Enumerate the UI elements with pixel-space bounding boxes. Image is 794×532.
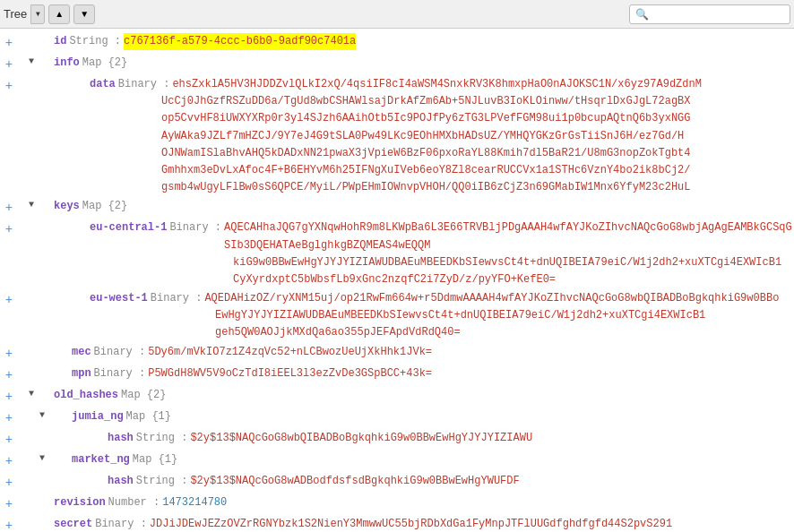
table-row: + data Binary : ehsZxklA5HV3HJDDZvlQLkI2…	[0, 75, 794, 197]
key-label: jumia_ng	[72, 408, 124, 425]
key-label: hash	[108, 430, 134, 447]
toggle-icon[interactable]: ▼	[39, 408, 50, 423]
add-icon[interactable]: +	[0, 452, 18, 471]
add-icon[interactable]: +	[0, 345, 18, 364]
key-label: eu-west-1	[90, 290, 148, 307]
type-label: Number :	[108, 494, 160, 511]
toolbar-title: Tree	[4, 7, 27, 21]
toggle-icon[interactable]: ▼	[29, 55, 39, 69]
binary-line: Gmhhxm3eDvLxAfoc4F+B6EHYvM6h25IFNgXuIVeb…	[90, 162, 794, 179]
add-icon[interactable]: +	[0, 77, 18, 96]
table-row: + mpn Binary : P5WGdH8WV5V9oCzTdI8iEEL3l…	[0, 365, 794, 386]
table-row: + ▼ info Map {2}	[0, 54, 794, 75]
table-row: + hash String : $2y$13$NAQcGoG8wbQIBADBo…	[0, 429, 794, 450]
binary-line: AyWAka9JZLf7mHZCJ/9Y7eJ4G9tSLA0Pw49LKc9E…	[90, 128, 794, 145]
value-text: P5WGdH8WV5V9oCzTdI8iEEL3l3ezZvDe3GSpBCC+…	[148, 365, 432, 382]
table-row: + ▼ old_hashes Map {2}	[0, 386, 794, 408]
binary-line: geh5QW0AOJjkMXdQa6ao355pJEFApdVdRdQ40=	[90, 324, 794, 341]
table-row: + id String : c767136f-a579-4ccc-b6b0-9a…	[0, 32, 794, 54]
table-row: + ▼ keys Map {2}	[0, 197, 794, 219]
toggle-icon[interactable]: ▼	[29, 387, 39, 401]
table-row: + eu-west-1 Binary : AQEDAHizOZ/ryXNM15u…	[0, 289, 794, 343]
value-text: ehsZxklA5HV3HJDDZvlQLkI2xQ/4qsiIF8cI4aWS…	[172, 76, 794, 93]
binary-line: UcCj0JhGzfRSZuDD6a/TgUd8wbCSHAWlsajDrkAf…	[90, 93, 794, 110]
add-icon[interactable]: +	[0, 409, 18, 428]
value-text: $2y$13$NAQcGoG8wbQIBADBoBgkqhkiG9w0BBwEw…	[190, 430, 532, 447]
toggle-icon[interactable]: ▼	[29, 198, 39, 212]
table-row: + secret Binary : JDJiJDEwJEZzOVZrRGNYbz…	[0, 515, 794, 532]
value-text: 1473214780	[162, 494, 227, 511]
binary-line: EwHgYJYJYIZIAWUDBAEuMBEEDKbSIewvsCt4t+dn…	[90, 307, 794, 324]
scroll-down-button[interactable]: ▼	[73, 4, 95, 24]
table-row: + ▼ jumia_ng Map {1}	[0, 408, 794, 429]
add-icon[interactable]: +	[0, 56, 18, 74]
key-label: info	[54, 55, 80, 72]
key-label: market_ng	[72, 451, 130, 468]
key-label: id	[54, 33, 66, 50]
key-label: data	[90, 76, 116, 93]
type-label: Binary :	[151, 290, 203, 307]
key-label: revision	[54, 494, 106, 511]
key-label: eu-central-1	[90, 219, 167, 236]
type-label: Binary :	[169, 219, 221, 236]
type-label: Binary :	[118, 76, 170, 93]
tree-content: + id String : c767136f-a579-4ccc-b6b0-9a…	[0, 29, 794, 532]
key-label: keys	[54, 198, 80, 215]
table-row: + mec Binary : 5Dy6m/mVkIO7z1Z4zqVc52+nL…	[0, 343, 794, 365]
value-text: AQEDAHizOZ/ryXNM15uj/op21RwFm664w+r5Ddmw…	[204, 290, 779, 307]
type-label: Binary :	[94, 365, 146, 382]
add-icon[interactable]: +	[0, 388, 18, 407]
toolbar: Tree ▾ ▲ ▼	[0, 0, 794, 29]
type-label: Binary :	[95, 516, 147, 532]
key-label: old_hashes	[54, 387, 118, 404]
binary-line: op5CvvHF8iUWXYXRp0r3yl4SJzh6AAihOtb5Ic9P…	[90, 110, 794, 127]
scroll-up-button[interactable]: ▲	[48, 4, 70, 24]
type-label: Map {2}	[82, 55, 127, 72]
binary-line: kiG9w0BBwEwHgYJYJYIZIAWUDBAEuMBEEDKbSIew…	[90, 254, 794, 271]
key-label: mpn	[72, 365, 91, 382]
binary-line: gsmb4wUgyLFlBw0sS6QPCE/MyiL/PWpEHmIOWnvp…	[90, 179, 794, 196]
table-row: + hash String : $2y$13$NAQcGoG8wADBodfds…	[0, 472, 794, 493]
add-icon[interactable]: +	[0, 474, 18, 493]
add-icon[interactable]: +	[0, 495, 18, 514]
add-icon[interactable]: +	[0, 34, 18, 53]
type-label: Map {1}	[133, 451, 177, 468]
key-label: secret	[54, 516, 92, 532]
add-icon[interactable]: +	[0, 199, 18, 218]
search-input[interactable]	[629, 4, 790, 24]
table-row: + ▼ market_ng Map {1}	[0, 450, 794, 472]
key-label: hash	[108, 473, 134, 490]
value-text: 5Dy6m/mVkIO7z1Z4zqVc52+nLCBwozUeUjXkHhk1…	[148, 344, 432, 361]
value-text: c767136f-a579-4ccc-b6b0-9adf90c7401a	[124, 33, 356, 50]
type-label: Map {2}	[121, 387, 166, 404]
type-label: Map {2}	[82, 198, 127, 215]
type-label: Map {1}	[126, 408, 171, 425]
toggle-icon[interactable]: ▼	[39, 451, 50, 466]
key-label: mec	[72, 344, 91, 361]
type-label: String :	[136, 430, 188, 447]
add-icon[interactable]: +	[0, 220, 18, 239]
add-icon[interactable]: +	[0, 517, 18, 532]
binary-line: CyXyrdxptC5bWbsfLb9xGnc2nzqfC2i7ZyD/z/py…	[90, 271, 794, 288]
add-icon[interactable]: +	[0, 366, 18, 385]
value-text: $2y$13$NAQcGoG8wADBodfdsfsdBgkqhkiG9w0BB…	[190, 473, 519, 490]
table-row: + revision Number : 1473214780	[0, 493, 794, 515]
dropdown-icon[interactable]: ▾	[30, 4, 45, 24]
type-label: String :	[69, 33, 121, 50]
table-row: + eu-central-1 Binary : AQECAHhaJQG7gYXN…	[0, 219, 794, 289]
type-label: String :	[136, 473, 188, 490]
value-text: AQECAHhaJQG7gYXNqwHohR9m8LKWpBa6L3E66TRV…	[224, 219, 794, 253]
add-icon[interactable]: +	[0, 431, 18, 450]
type-label: Binary :	[94, 344, 146, 361]
value-text: JDJiJDEwJEZzOVZrRGNYbzk1S2NienY3MmwwUC55…	[150, 516, 672, 532]
add-icon[interactable]: +	[0, 291, 18, 310]
binary-line: OJNWamISlaBhvAHQ5kDADxNN21pwaX3jVpieW6Bz…	[90, 145, 794, 162]
